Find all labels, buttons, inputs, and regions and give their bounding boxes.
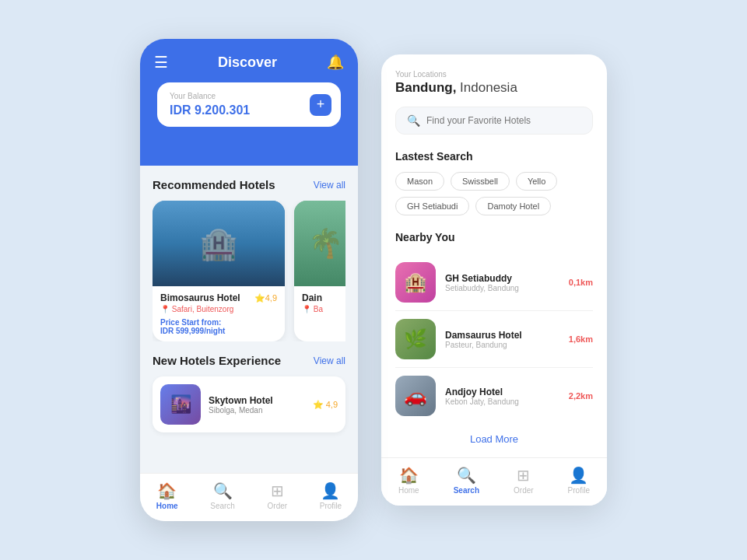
nearby-image-1: 🏨 [395,262,436,303]
new-hotel-image: 🌆 [160,384,201,425]
balance-amount: IDR 9.200.301 [170,103,328,117]
nav-item-profile[interactable]: 👤 Profile [320,481,342,510]
search-tag-yello[interactable]: Yello [516,172,557,191]
bell-icon[interactable]: 🔔 [327,54,344,71]
search-tag-swissbell[interactable]: Swissbell [451,172,510,191]
right-nav-order[interactable]: ⊞ Order [514,466,534,495]
search-tag-gh-setiabudi[interactable]: GH Setiabudi [395,197,469,215]
hotel-card-1-name: Bimosaurus Hotel [160,292,240,303]
right-nav-profile-label: Profile [568,486,590,495]
nearby-item-1[interactable]: 🏨 GH Setiabuddy Setiabuddy, Bandung 0,1k… [395,254,593,311]
hotel-card-1-location: 📍 Safari, Buitenzorg [160,305,277,313]
search-bar[interactable]: 🔍 [395,107,593,135]
nearby-dist-1: 0,1km [569,278,593,287]
nav-search-label: Search [210,502,235,510]
hotel-cards-row: Bimosaurus Hotel ⭐ 4,9 📍 Safari, Buitenz… [153,201,345,341]
search-tags: Mason Swissbell Yello GH Setiabudi Damot… [395,172,593,215]
nearby-image-3: 🚗 [395,376,436,416]
add-balance-button[interactable]: + [310,94,331,116]
order-icon: ⊞ [271,481,284,500]
nav-home-label: Home [156,502,178,510]
nearby-name-2: Damsaurus Hotel [445,330,559,341]
new-hotel-info: Skytown Hotel Sibolga, Medan [209,395,305,415]
home-icon: 🏠 [157,481,177,500]
nearby-list: 🏨 GH Setiabuddy Setiabuddy, Bandung 0,1k… [395,254,593,424]
nearby-name-1: GH Setiabuddy [445,273,559,284]
nav-profile-label: Profile [320,502,342,510]
hotel-card-2-body: Dain 📍 Ba [294,286,345,320]
location-city: Bandung, Indonesia [395,80,593,96]
recommended-section-header: Recommended Hotels View all [153,178,345,191]
load-more-button[interactable]: Load More [395,424,593,448]
lastest-search-title: Lastest Search [395,150,593,163]
hotel-card-1[interactable]: Bimosaurus Hotel ⭐ 4,9 📍 Safari, Buitenz… [153,201,285,341]
new-hotels-title: New Hotels Experience [153,354,281,367]
new-hotels-view-all[interactable]: View all [314,355,345,366]
new-hotels-section-header: New Hotels Experience View all [153,354,345,367]
hotel-card-1-body: Bimosaurus Hotel ⭐ 4,9 📍 Safari, Buitenz… [153,286,285,341]
right-bottom-nav: 🏠 Home 🔍 Search ⊞ Order 👤 Profile [381,457,607,506]
nearby-info-3: Andjoy Hotel Kebon Jaty, Bandung [445,387,559,406]
nav-order-label: Order [268,502,288,510]
nearby-dist-3: 2,2km [569,391,593,401]
nearby-sub-2: Pasteur, Bandung [445,341,559,349]
right-panel: Your Locations Bandung, Indonesia 🔍 Last… [381,54,607,506]
recommended-view-all[interactable]: View all [314,180,345,191]
nearby-name-3: Andjoy Hotel [445,387,559,397]
right-nav-search[interactable]: 🔍 Search [454,466,479,495]
right-search-icon: 🔍 [457,466,476,485]
nav-item-home[interactable]: 🏠 Home [156,481,178,510]
right-order-icon: ⊞ [517,466,530,485]
right-nav-home-label: Home [398,486,419,495]
nearby-title: Nearby You [395,231,593,243]
nearby-info-2: Damsaurus Hotel Pasteur, Bandung [445,330,559,349]
search-tag-damoty[interactable]: Damoty Hotel [475,197,551,215]
new-hotel-item-1[interactable]: 🌆 Skytown Hotel Sibolga, Medan ⭐ 4,9 [153,376,345,432]
hotel-card-1-image [153,201,285,286]
balance-label: Your Balance [170,92,328,100]
discover-title: Discover [218,54,277,71]
panel-body: Your Locations Bandung, Indonesia 🔍 Last… [381,54,607,457]
nav-item-search[interactable]: 🔍 Search [210,481,235,510]
search-tag-mason[interactable]: Mason [395,172,444,191]
new-hotel-location: Sibolga, Medan [209,406,305,415]
hotel-card-2-location: 📍 Ba [302,305,345,313]
hotel-card-2-image [294,201,345,286]
left-bottom-nav: 🏠 Home 🔍 Search ⊞ Order 👤 Profile [140,473,358,521]
search-input[interactable] [426,115,581,126]
right-nav-home[interactable]: 🏠 Home [398,466,419,495]
menu-icon[interactable]: ☰ [154,53,168,72]
new-hotel-name: Skytown Hotel [209,395,305,406]
phone-header: ☰ Discover 🔔 Your Balance IDR 9.200.301 … [140,39,358,166]
right-nav-search-label: Search [454,486,479,495]
nearby-sub-1: Setiabuddy, Bandung [445,284,559,292]
nearby-item-3[interactable]: 🚗 Andjoy Hotel Kebon Jaty, Bandung 2,2km [395,368,593,424]
recommended-title: Recommended Hotels [153,178,275,191]
phone-body: Recommended Hotels View all Bimosaurus H… [140,166,358,473]
nearby-image-2: 🌿 [395,319,436,359]
right-nav-order-label: Order [514,486,534,495]
right-profile-icon: 👤 [569,466,588,485]
nearby-item-2[interactable]: 🌿 Damsaurus Hotel Pasteur, Bandung 1,6km [395,311,593,368]
hotel-card-1-rating: ⭐ 4,9 [254,293,277,303]
nav-item-order[interactable]: ⊞ Order [268,481,288,510]
left-phone: ☰ Discover 🔔 Your Balance IDR 9.200.301 … [140,39,358,521]
search-bar-icon: 🔍 [407,114,420,127]
hotel-card-1-price: Price Start from: IDR 599,999/night [160,318,277,335]
nearby-sub-3: Kebon Jaty, Bandung [445,397,559,406]
profile-icon: 👤 [321,481,340,500]
new-hotel-rating: ⭐ 4,9 [313,400,338,410]
location-label: Your Locations [395,70,593,79]
balance-card: Your Balance IDR 9.200.301 + [157,82,341,127]
search-icon: 🔍 [213,481,233,500]
nearby-info-1: GH Setiabuddy Setiabuddy, Bandung [445,273,559,292]
hotel-card-2[interactable]: Dain 📍 Ba [294,201,345,341]
right-home-icon: 🏠 [399,466,419,485]
hotel-card-2-name: Dain [302,292,322,303]
nearby-dist-2: 1,6km [569,334,593,344]
right-nav-profile[interactable]: 👤 Profile [568,466,590,495]
